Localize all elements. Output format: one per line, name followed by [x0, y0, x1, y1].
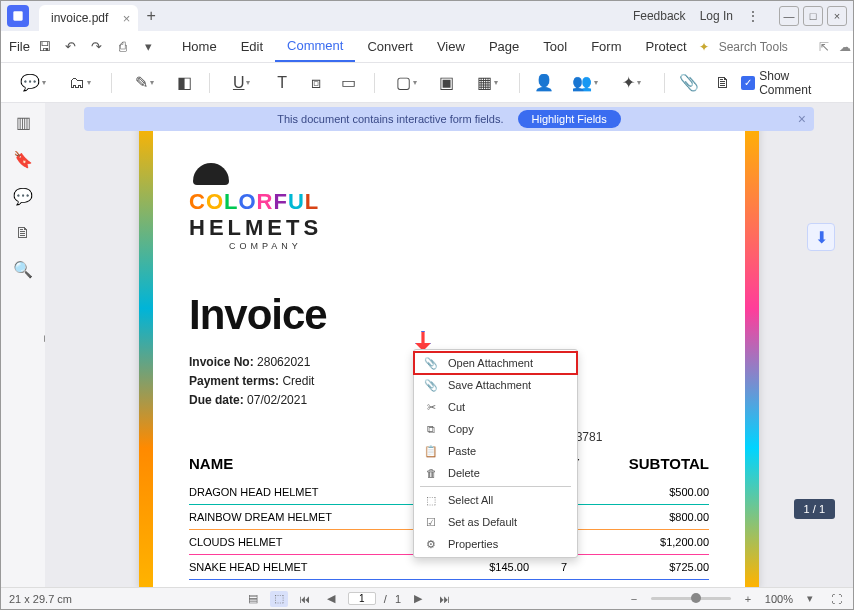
left-sidebar: ▥ 🔖 💬 🗎 🔍 ▶	[1, 103, 45, 587]
company-logo: COLORFUL HELMETS COMPANY	[189, 163, 709, 251]
attachment-tool[interactable]: 📎	[674, 69, 703, 97]
close-tab-icon[interactable]: ×	[123, 11, 131, 26]
ctx-icon: 📎	[424, 378, 438, 392]
textbox-tool[interactable]: ⧈	[301, 69, 330, 97]
menu-comment[interactable]: Comment	[275, 31, 355, 62]
menu-home[interactable]: Home	[170, 31, 229, 62]
compare-tool[interactable]: 🗎	[708, 69, 737, 97]
ctx-icon: ☑	[424, 515, 438, 529]
statusbar: 21 x 29.7 cm ▤ ⬚ ⏮ ◀ / 1 ▶ ⏭ − + 100% ▾ …	[1, 587, 853, 609]
context-menu: 📎Open Attachment📎Save Attachment✂Cut⧉Cop…	[413, 349, 578, 558]
share-icon[interactable]: ⇱	[819, 40, 829, 54]
qa-dropdown-icon[interactable]: ▾	[140, 39, 158, 54]
ctx-label: Copy	[448, 423, 474, 435]
menubar: File 🖫 ↶ ↷ ⎙ ▾ HomeEditCommentConvertVie…	[1, 31, 853, 63]
redo-icon[interactable]: ↷	[88, 39, 106, 54]
show-comment-checkbox[interactable]: ✓	[741, 76, 755, 90]
ctx-select-all[interactable]: ⬚Select All	[414, 489, 577, 511]
document-tab[interactable]: invoice.pdf ×	[39, 5, 138, 31]
page-decoration-right	[745, 123, 759, 587]
page-input[interactable]	[348, 592, 376, 605]
ctx-paste[interactable]: 📋Paste	[414, 440, 577, 462]
form-fields-banner: This document contains interactive form …	[84, 107, 814, 131]
page-indicator-badge: 1 / 1	[794, 499, 835, 519]
search-panel-icon[interactable]: 🔍	[13, 260, 33, 279]
logo-line1: COLORFUL	[189, 189, 319, 215]
ctx-open-attachment[interactable]: 📎Open Attachment	[414, 352, 577, 374]
menu-tool[interactable]: Tool	[531, 31, 579, 62]
ctx-label: Delete	[448, 467, 480, 479]
area-tool[interactable]: ▦▾	[465, 69, 508, 97]
comment-toolbar: 💬▾ 🗂▾ ✎▾ ◧ U▾ T ⧈ ▭ ▢▾ ▣ ▦▾ 👤 👥▾ ✦▾ 📎 🗎 …	[1, 63, 853, 103]
zoom-dropdown-icon[interactable]: ▾	[801, 591, 819, 607]
zoom-slider[interactable]	[651, 597, 731, 600]
prev-page-button[interactable]: ◀	[322, 591, 340, 607]
tab-title: invoice.pdf	[51, 11, 108, 25]
svg-rect-0	[13, 11, 22, 20]
comments-panel-icon[interactable]: 💬	[13, 187, 33, 206]
bookmarks-icon[interactable]: 🔖	[13, 150, 33, 169]
zoom-in-button[interactable]: +	[739, 591, 757, 607]
canvas: This document contains interactive form …	[45, 103, 853, 587]
minimize-button[interactable]: —	[779, 6, 799, 26]
signature-tool[interactable]: 👤	[530, 69, 559, 97]
ctx-cut[interactable]: ✂Cut	[414, 396, 577, 418]
page-dimensions: 21 x 29.7 cm	[9, 593, 72, 605]
ctx-delete[interactable]: 🗑Delete	[414, 462, 577, 484]
maximize-button[interactable]: □	[803, 6, 823, 26]
fullscreen-icon[interactable]: ⛶	[827, 591, 845, 607]
highlight-fields-button[interactable]: Highlight Fields	[518, 110, 621, 128]
first-page-button[interactable]: ⏮	[296, 591, 314, 607]
stamp-tool[interactable]: 🗂▾	[58, 69, 101, 97]
attachments-panel-icon[interactable]: 🗎	[15, 224, 31, 242]
note-tool[interactable]: 💬▾	[11, 69, 54, 97]
underline-tool[interactable]: U▾	[220, 69, 263, 97]
banner-close-icon[interactable]: ×	[798, 111, 806, 127]
thumbnails-icon[interactable]: ▥	[16, 113, 31, 132]
menu-view[interactable]: View	[425, 31, 477, 62]
search-tools-input[interactable]	[719, 40, 809, 54]
next-page-button[interactable]: ▶	[409, 591, 427, 607]
pencil-tool[interactable]: ✎▾	[122, 69, 165, 97]
menu-convert[interactable]: Convert	[355, 31, 425, 62]
undo-icon[interactable]: ↶	[62, 39, 80, 54]
more-icon[interactable]: ⋮	[747, 9, 759, 23]
shape-tool[interactable]: ▢▾	[385, 69, 428, 97]
last-page-button[interactable]: ⏭	[435, 591, 453, 607]
wand-icon[interactable]: ✦	[699, 40, 709, 54]
eraser-tool[interactable]: ◧	[170, 69, 199, 97]
zoom-out-button[interactable]: −	[625, 591, 643, 607]
text-tool[interactable]: T	[267, 69, 296, 97]
ctx-set-as-default[interactable]: ☑Set as Default	[414, 511, 577, 533]
feedback-link[interactable]: Feedback	[633, 9, 686, 23]
print-icon[interactable]: ⎙	[114, 39, 132, 54]
titlebar: invoice.pdf × + Feedback Log In ⋮ — □ ×	[1, 1, 853, 31]
ctx-save-attachment[interactable]: 📎Save Attachment	[414, 374, 577, 396]
login-link[interactable]: Log In	[700, 9, 733, 23]
ctx-properties[interactable]: ⚙Properties	[414, 533, 577, 555]
view-mode-1-icon[interactable]: ▤	[244, 591, 262, 607]
download-badge[interactable]: ⬇	[807, 223, 835, 251]
close-window-button[interactable]: ×	[827, 6, 847, 26]
ctx-label: Cut	[448, 401, 465, 413]
measure-tool[interactable]: ▣	[432, 69, 461, 97]
menu-page[interactable]: Page	[477, 31, 531, 62]
stamp2-tool[interactable]: 👥▾	[563, 69, 606, 97]
logo-line3: COMPANY	[229, 241, 302, 251]
cloud-icon[interactable]: ☁	[839, 40, 851, 54]
add-tab-button[interactable]: +	[146, 7, 155, 25]
ctx-label: Select All	[448, 494, 493, 506]
zoom-value: 100%	[765, 593, 793, 605]
menu-protect[interactable]: Protect	[633, 31, 698, 62]
show-comment-label: Show Comment	[759, 69, 843, 97]
ctx-icon: ✂	[424, 400, 438, 414]
callout-tool[interactable]: ▭	[334, 69, 363, 97]
view-mode-2-icon[interactable]: ⬚	[270, 591, 288, 607]
save-icon[interactable]: 🖫	[36, 39, 54, 54]
ctx-copy[interactable]: ⧉Copy	[414, 418, 577, 440]
menu-form[interactable]: Form	[579, 31, 633, 62]
stamp3-tool[interactable]: ✦▾	[610, 69, 653, 97]
ctx-icon: ⧉	[424, 422, 438, 436]
file-menu[interactable]: File	[9, 39, 30, 54]
menu-edit[interactable]: Edit	[229, 31, 275, 62]
